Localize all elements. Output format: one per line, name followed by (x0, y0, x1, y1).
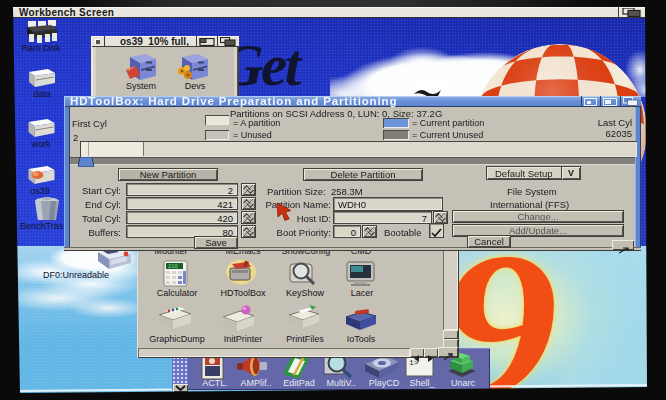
svg-text:210: 210 (168, 263, 178, 270)
